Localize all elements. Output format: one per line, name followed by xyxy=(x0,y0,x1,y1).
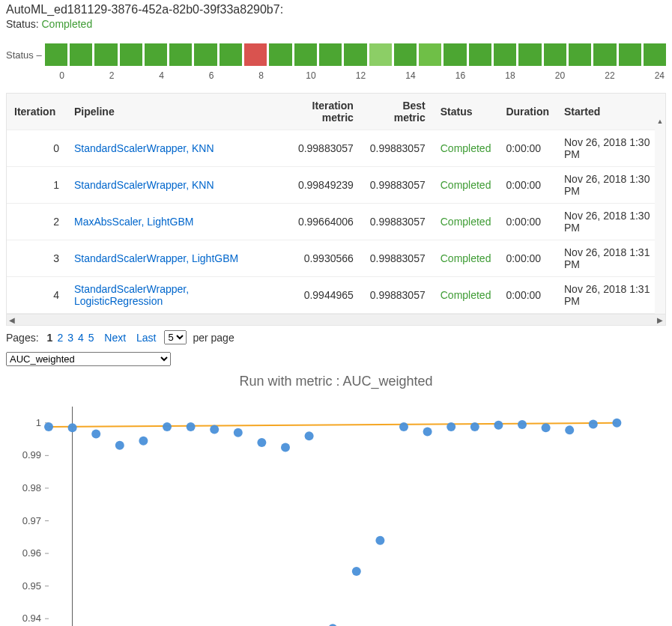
metric-chart[interactable]: 0.940.950.960.970.980.9910510152025 xyxy=(7,403,652,626)
status-cell-17[interactable] xyxy=(469,43,491,66)
scroll-right-icon[interactable]: ▶ xyxy=(655,314,665,325)
pager-next[interactable]: Next xyxy=(104,332,126,344)
col-duration[interactable]: Duration xyxy=(498,94,557,130)
chart-point[interactable] xyxy=(542,423,551,432)
status-cell-9[interactable] xyxy=(269,43,291,66)
metric-select[interactable]: AUC_weighted xyxy=(6,352,171,366)
chart-point[interactable] xyxy=(352,567,361,576)
cell-pipeline: StandardScalerWrapper, LogisticRegressio… xyxy=(67,277,273,314)
pager-last[interactable]: Last xyxy=(136,332,156,344)
chart-point[interactable] xyxy=(91,430,100,439)
table-row[interactable]: 3StandardScalerWrapper, LightGBM0.993056… xyxy=(7,240,665,277)
status-cell-23[interactable] xyxy=(619,43,641,66)
chart-point[interactable] xyxy=(565,425,574,434)
chart-point[interactable] xyxy=(281,443,290,452)
chart-point[interactable] xyxy=(470,422,479,431)
pipeline-link[interactable]: StandardScalerWrapper, LogisticRegressio… xyxy=(74,283,189,307)
cell-duration: 0:00:00 xyxy=(498,167,557,204)
col-iteration[interactable]: Iteration xyxy=(7,94,67,130)
table-vertical-scroll[interactable]: ▲ xyxy=(655,116,665,314)
cell-iter-metric: 0.99664006 xyxy=(273,204,361,240)
col-best-metric[interactable]: Best metric xyxy=(361,94,433,130)
chart-point[interactable] xyxy=(423,428,432,437)
cell-iteration: 4 xyxy=(7,277,67,314)
scroll-up-icon[interactable]: ▲ xyxy=(655,116,665,127)
chart-point[interactable] xyxy=(612,419,621,428)
page-title: AutoML_ed181129-3876-452a-82b0-39f33a829… xyxy=(6,3,666,16)
status-cell-20[interactable] xyxy=(544,43,566,66)
col-started[interactable]: Started xyxy=(557,94,665,130)
status-cell-11[interactable] xyxy=(319,43,342,66)
pager-page-link[interactable]: 5 xyxy=(88,332,94,344)
status-cell-5[interactable] xyxy=(169,43,192,66)
col-pipeline[interactable]: Pipeline xyxy=(67,94,273,130)
status-cell-0[interactable] xyxy=(45,43,67,66)
chart-point[interactable] xyxy=(305,431,314,440)
table-row[interactable]: 0StandardScalerWrapper, KNN0.998830570.9… xyxy=(7,130,665,167)
cell-started: Nov 26, 2018 1:31 PM xyxy=(557,240,665,277)
status-cell-22[interactable] xyxy=(593,43,616,66)
col-iter-metric[interactable]: Iteration metric xyxy=(273,94,361,130)
chart-point[interactable] xyxy=(375,536,384,545)
status-cell-6[interactable] xyxy=(194,43,217,66)
status-cell-14[interactable] xyxy=(394,43,417,66)
status-cell-18[interactable] xyxy=(494,43,516,66)
status-cell-15[interactable] xyxy=(419,43,441,66)
table-row[interactable]: 1StandardScalerWrapper, KNN0.998492390.9… xyxy=(7,167,665,204)
pipeline-link[interactable]: StandardScalerWrapper, LightGBM xyxy=(74,252,238,264)
chart-point[interactable] xyxy=(44,422,53,431)
svg-text:0.98: 0.98 xyxy=(22,482,41,493)
pager-page-link[interactable]: 2 xyxy=(57,332,63,344)
svg-text:0.94: 0.94 xyxy=(22,613,41,624)
table-horizontal-scroll[interactable]: ◀ ▶ xyxy=(7,314,665,325)
pipeline-link[interactable]: StandardScalerWrapper, KNN xyxy=(74,179,214,191)
cell-iteration: 2 xyxy=(7,204,67,240)
status-cell-3[interactable] xyxy=(120,43,142,66)
cell-status: Completed xyxy=(433,240,499,277)
cell-duration: 0:00:00 xyxy=(498,130,557,167)
pipeline-link[interactable]: StandardScalerWrapper, KNN xyxy=(74,142,214,154)
chart-point[interactable] xyxy=(589,420,598,429)
chart-point[interactable] xyxy=(68,423,77,432)
status-cell-21[interactable] xyxy=(569,43,591,66)
cell-best-metric: 0.99883057 xyxy=(361,240,433,277)
per-page-label: per page xyxy=(193,332,234,344)
chart-point[interactable] xyxy=(210,425,219,434)
pipeline-link[interactable]: MaxAbsScaler, LightGBM xyxy=(74,216,194,228)
status-cell-10[interactable] xyxy=(294,43,317,66)
col-status[interactable]: Status xyxy=(433,94,499,130)
chart-point[interactable] xyxy=(399,422,408,431)
cell-pipeline: StandardScalerWrapper, KNN xyxy=(67,167,273,204)
status-cell-13[interactable] xyxy=(369,43,392,66)
cell-best-metric: 0.99883057 xyxy=(361,130,433,167)
status-cell-24[interactable] xyxy=(644,43,666,66)
chart-point[interactable] xyxy=(494,421,503,430)
status-cell-4[interactable] xyxy=(145,43,167,66)
cell-pipeline: StandardScalerWrapper, LightGBM xyxy=(67,240,273,277)
chart-point[interactable] xyxy=(187,422,196,431)
pager-page-link[interactable]: 3 xyxy=(67,332,73,344)
status-tick: 6 xyxy=(209,70,214,81)
status-bar-axis: 024681012141618202224 xyxy=(6,70,666,84)
table-row[interactable]: 4StandardScalerWrapper, LogisticRegressi… xyxy=(7,277,665,314)
status-value: Completed xyxy=(41,18,92,30)
chart-point[interactable] xyxy=(518,420,527,429)
pager-page-link[interactable]: 4 xyxy=(78,332,84,344)
status-cell-12[interactable] xyxy=(344,43,366,66)
chart-point[interactable] xyxy=(234,428,243,437)
chart-point[interactable] xyxy=(139,437,148,446)
table-row[interactable]: 2MaxAbsScaler, LightGBM0.996640060.99883… xyxy=(7,204,665,240)
status-cell-8[interactable] xyxy=(244,43,267,66)
scroll-left-icon[interactable]: ◀ xyxy=(7,314,17,325)
status-axis-label: Status – xyxy=(6,49,42,61)
status-cell-7[interactable] xyxy=(220,43,242,66)
status-cell-19[interactable] xyxy=(518,43,541,66)
status-cell-2[interactable] xyxy=(94,43,117,66)
chart-point[interactable] xyxy=(257,438,266,447)
chart-point[interactable] xyxy=(447,422,455,431)
chart-point[interactable] xyxy=(163,422,172,431)
status-cell-16[interactable] xyxy=(444,43,466,66)
status-cell-1[interactable] xyxy=(70,43,92,66)
chart-point[interactable] xyxy=(115,441,124,450)
per-page-select[interactable]: 5 xyxy=(164,330,187,344)
